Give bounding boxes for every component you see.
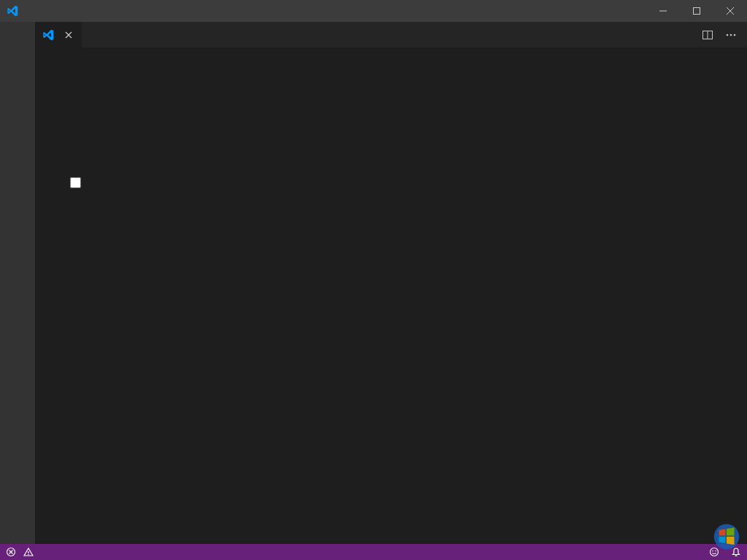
welcome-right-column [406, 109, 712, 515]
svg-point-3 [727, 34, 729, 36]
status-bar [0, 544, 747, 560]
warning-icon [23, 547, 34, 557]
status-notifications[interactable] [725, 544, 747, 560]
window-controls [646, 0, 747, 22]
activity-bar [0, 22, 35, 544]
tab-bar [35, 22, 747, 47]
svg-point-9 [711, 548, 719, 556]
feedback-smiley-icon [709, 547, 719, 557]
tab-welcome[interactable] [35, 22, 82, 47]
show-on-startup-checkbox[interactable] [70, 177, 376, 188]
svg-point-4 [730, 34, 732, 36]
more-actions-icon[interactable] [721, 25, 741, 45]
tab-close-icon[interactable] [63, 29, 74, 41]
minimize-button[interactable] [646, 0, 680, 22]
vscode-file-icon [42, 29, 54, 41]
svg-point-8 [28, 554, 28, 555]
svg-point-5 [734, 34, 736, 36]
close-button[interactable] [713, 0, 747, 22]
status-problems[interactable] [0, 544, 43, 560]
svg-point-10 [712, 551, 713, 552]
error-icon [6, 547, 16, 557]
editor-area [35, 22, 747, 544]
titlebar [0, 0, 747, 22]
status-feedback[interactable] [703, 544, 725, 560]
maximize-button[interactable] [680, 0, 713, 22]
bell-icon [731, 547, 741, 557]
welcome-left-column [70, 109, 376, 515]
welcome-page [35, 47, 747, 544]
vscode-logo-icon [0, 5, 25, 17]
split-editor-icon[interactable] [697, 25, 718, 45]
svg-point-11 [715, 551, 716, 552]
show-on-startup-input[interactable] [70, 177, 81, 188]
svg-rect-0 [694, 8, 700, 15]
